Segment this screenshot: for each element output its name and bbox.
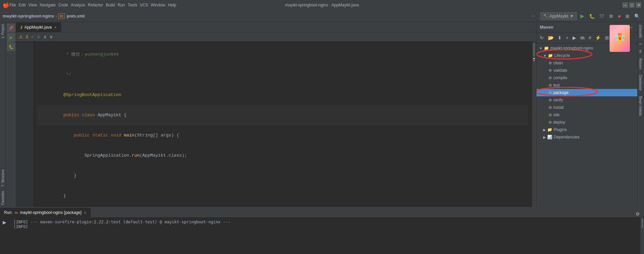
clean-gear-icon: ⚙	[549, 61, 552, 65]
maven-clean[interactable]: ⚙ clean	[536, 59, 637, 67]
lifecycle-folder-icon: 📁	[548, 53, 553, 58]
maven-verify[interactable]: ⚙ verify	[536, 96, 637, 104]
maven-run-button[interactable]: ▶	[571, 34, 578, 41]
navigate-back-button[interactable]: ←	[529, 12, 538, 20]
debug-button[interactable]: 🐛	[588, 13, 596, 20]
maven-m-button[interactable]: m	[579, 34, 586, 41]
project-panel-label[interactable]: 1: Project	[0, 22, 6, 40]
scroll-marker-1	[533, 58, 535, 59]
code-line-5: public static void main(String[] args) {	[37, 125, 528, 146]
plugins-expand-arrow: ▶	[543, 128, 546, 132]
right-tab-maven[interactable]: Maven	[638, 56, 644, 72]
menu-tools: Tools	[128, 3, 137, 7]
maven-plugins-label: Plugins	[554, 127, 567, 132]
search-everywhere-button[interactable]: 🔍	[633, 13, 641, 20]
maven-compile[interactable]: ⚙ compile	[536, 74, 637, 82]
editor-tabs: J AppMayikt.java ✕	[16, 22, 536, 32]
maven-project-name: mayikt-springboot-nginx	[550, 46, 593, 51]
left-sidebar-labels: 1: Project 7: Structure Favorites	[0, 22, 6, 207]
left-sidebar-icons: 📌 ▶ 🐛	[6, 22, 16, 207]
right-tab-beanvalid[interactable]: Bean Valida	[638, 93, 644, 119]
menu-run: Run	[118, 3, 125, 7]
maven-validate[interactable]: ⚙ validate	[536, 67, 637, 74]
maven-install[interactable]: ⚙ install	[536, 104, 637, 111]
run-config-icon: 🔨	[543, 14, 548, 19]
run-config-selector[interactable]: 🔨 AppMayikt ▼	[540, 12, 577, 20]
compile-gear-icon: ⚙	[549, 76, 552, 80]
minimize-button[interactable]: —	[622, 2, 628, 8]
maven-package[interactable]: ⚙ package	[536, 89, 637, 96]
code-line-3: @SpringBootApplication	[37, 85, 528, 105]
editor-tab-appmayikt[interactable]: J AppMayikt.java ✕	[16, 23, 61, 32]
maven-skip-button[interactable]: #	[587, 34, 593, 41]
log-line-1: [INFO] --- maven-surefire-plugin:2.22.2:…	[13, 220, 636, 224]
run-tab-label: Run:	[4, 210, 12, 215]
bottom-tabs: Run: m mayikt-springboot-nginx [package]…	[0, 208, 644, 218]
maximize-button[interactable]: □	[629, 2, 635, 8]
right-tab-database[interactable]: Database	[638, 72, 644, 93]
coverage-button[interactable]: 🛡	[598, 13, 606, 20]
menu-vcs: VCS	[140, 3, 148, 7]
code-content[interactable]: * 微信：yushengjun644 */ @SpringBootApplica…	[33, 42, 532, 207]
bottom-settings-button[interactable]: ⚙	[634, 211, 641, 217]
maven-download-button[interactable]: ⬇	[556, 34, 563, 41]
app-logo: 🍎	[3, 2, 9, 8]
test-label: test	[553, 83, 560, 88]
bottom-run-button[interactable]: ▶	[1, 219, 8, 226]
scroll-position	[533, 43, 535, 57]
toolbar-right: ← 🔨 AppMayikt ▼ ▶ 🐛 🛡 ⚙ ■ ⊞ 🔍	[529, 12, 641, 20]
maven-open-button[interactable]: 📂	[547, 34, 555, 41]
structure-panel-label[interactable]: 7: Structure	[0, 167, 6, 189]
maven-lightning-button[interactable]: ⚡	[594, 34, 602, 41]
window-controls: — □ ✕	[622, 2, 641, 8]
run-button[interactable]: ▶	[579, 12, 586, 20]
editor-toolbar: ⚠ 3 ✓ 4 ∧ ∨	[16, 32, 536, 42]
menu-window: Window	[151, 3, 165, 7]
verify-label: verify	[553, 98, 563, 102]
maven-deploy[interactable]: ⚙ deploy	[536, 119, 637, 126]
stop-button[interactable]: ■	[617, 13, 622, 20]
right-tab-t[interactable]: t	[638, 41, 644, 47]
package-gear-icon: ⚙	[549, 91, 552, 95]
right-tab-jclasslib[interactable]: jclasslib	[638, 22, 644, 41]
menu-view: View	[28, 3, 37, 7]
project-name[interactable]: mayikt-springboot-nginx	[3, 13, 54, 19]
root-folder-icon: 📁	[544, 46, 549, 51]
run-icon[interactable]: ▶	[7, 33, 16, 42]
run-tab[interactable]: Run: m mayikt-springboot-nginx [package]…	[0, 208, 91, 217]
debug-sidebar-icon[interactable]: 🐛	[7, 42, 16, 51]
right-scrollbar[interactable]	[532, 42, 536, 207]
test-gear-icon: ⚙	[549, 83, 552, 88]
site-gear-icon: ⚙	[549, 113, 552, 117]
bottom-scrollbar[interactable]	[642, 218, 643, 228]
code-line-8: }	[37, 186, 528, 206]
breadcrumb-file[interactable]: pom.xml	[67, 13, 85, 19]
maven-test[interactable]: ⚙ test	[536, 82, 637, 89]
menu-refactor: Refactor	[88, 3, 103, 7]
more-button[interactable]: ⊞	[624, 13, 631, 20]
menu-navigate: Navigate	[40, 3, 56, 7]
maven-plugins-group[interactable]: ▶ 📁 Plugins	[536, 126, 637, 133]
right-tab-m[interactable]: m	[638, 47, 644, 56]
tab-close-icon[interactable]: ✕	[54, 26, 57, 29]
run-tab-close[interactable]: ✕	[84, 211, 86, 215]
bookmark-icon[interactable]: 📌	[7, 24, 16, 32]
code-editor: * 微信：yushengjun644 */ @SpringBootApplica…	[16, 42, 536, 207]
arrow-up-icon[interactable]: ∧	[43, 34, 47, 39]
build-button[interactable]: ⚙	[608, 13, 615, 20]
close-button[interactable]: ✕	[636, 2, 641, 8]
editor-area: J AppMayikt.java ✕ ⚠ 3 ✓ 4 ∧ ∨	[16, 22, 536, 207]
maven-lifecycle-label: Lifecycle	[554, 53, 570, 58]
code-line-7: }	[37, 166, 528, 186]
maven-site[interactable]: ⚙ site	[536, 111, 637, 119]
maven-dependencies-group[interactable]: ▶ 📊 Dependencies	[536, 133, 637, 141]
root-collapse-arrow: ▼	[539, 46, 543, 50]
maven-lifecycle-group[interactable]: ▼ 📁 Lifecycle	[536, 52, 637, 59]
arrow-down-icon[interactable]: ∨	[50, 34, 53, 39]
validate-gear-icon: ⚙	[549, 68, 552, 73]
favorites-panel-label[interactable]: Favorites	[0, 189, 6, 207]
maven-title: Maven	[540, 25, 553, 30]
maven-add-button[interactable]: +	[564, 34, 570, 41]
scroll-marker-2	[533, 60, 535, 61]
maven-refresh-button[interactable]: ↻	[538, 34, 545, 41]
